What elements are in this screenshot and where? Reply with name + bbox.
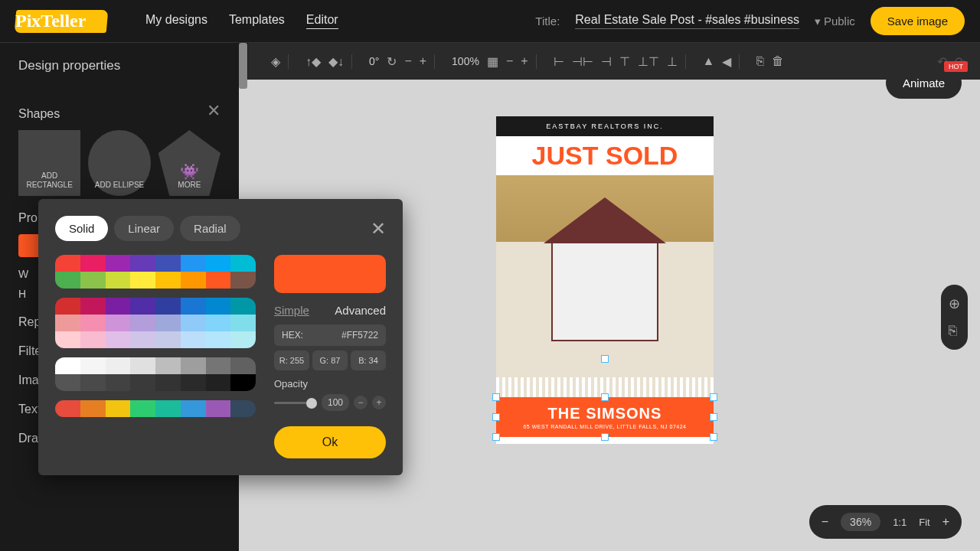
align-right-icon[interactable]: ⊣ <box>601 54 612 69</box>
visibility-toggle[interactable]: ▾ Public <box>815 15 855 28</box>
duplicate-icon[interactable]: ⎘ <box>756 54 764 68</box>
more-shapes-button[interactable]: 👾MORE <box>158 130 220 196</box>
r-input[interactable]: R: 255 <box>274 350 309 370</box>
minus-icon[interactable]: − <box>506 54 513 68</box>
swatch-flat[interactable] <box>55 400 256 417</box>
color-preview <box>274 255 386 293</box>
save-button[interactable]: Save image <box>871 7 965 35</box>
design-canvas[interactable]: EASTBAY REALTORS INC. JUST SOLD THE SIMS… <box>496 116 714 444</box>
b-input[interactable]: B: 34 <box>351 350 386 370</box>
add-page-icon[interactable]: ⊕ <box>949 295 960 312</box>
zoom-percentage[interactable]: 36% <box>841 513 880 531</box>
nav-templates[interactable]: Templates <box>229 13 285 29</box>
nav-editor[interactable]: Editor <box>306 13 338 29</box>
canvas-headline: JUST SOLD <box>496 136 714 175</box>
opacity-value[interactable]: 100 <box>322 394 349 411</box>
swatch-palette-2[interactable] <box>55 298 256 348</box>
tab-radial[interactable]: Radial <box>180 216 240 241</box>
design-title[interactable]: Real Estate Sale Post - #sales #business <box>575 13 799 29</box>
mode-simple[interactable]: Simple <box>274 304 309 317</box>
minus-icon[interactable]: − <box>404 54 411 68</box>
canvas-photo <box>496 175 714 397</box>
animate-button[interactable]: Animate HOT <box>886 67 962 99</box>
zoom-controls: − 36% 1:1 Fit + <box>809 505 962 539</box>
align-top-icon[interactable]: ⊤ <box>619 54 630 69</box>
opacity-plus[interactable]: + <box>372 396 386 409</box>
nav-my-designs[interactable]: My designs <box>145 13 207 29</box>
title-label: Title: <box>535 15 560 28</box>
rotation-value[interactable]: 0° <box>369 55 379 67</box>
trash-icon[interactable]: 🗑 <box>772 54 784 68</box>
hot-badge: HOT <box>944 61 968 72</box>
selected-element[interactable]: THE SIMSONS 65 WEST RANDALL MILL DRIVE, … <box>496 397 714 437</box>
zoom-fit[interactable]: Fit <box>919 517 929 528</box>
canvas-toolbar: ◈ ↑◆ ◆↓ 0° ↻ − + 100% ▦ − + ⊢ ⊣⊢ ⊣ ⊤ ⊥⊤ … <box>248 43 980 80</box>
plus-icon[interactable]: + <box>521 54 528 68</box>
hex-input[interactable]: HEX:#FF5722 <box>274 324 386 346</box>
ok-button[interactable]: Ok <box>274 426 386 458</box>
design-properties-label[interactable]: Design properties <box>18 58 220 73</box>
app-header: PixTeller My designs Templates Editor Ti… <box>0 0 980 43</box>
scrollbar[interactable] <box>239 43 247 89</box>
color-picker-panel: Solid Linear Radial ✕ <box>38 199 403 475</box>
flip-v-icon[interactable]: ◀ <box>722 54 731 69</box>
align-center-icon[interactable]: ⊣⊢ <box>572 54 593 69</box>
tab-linear[interactable]: Linear <box>114 216 174 241</box>
mode-advanced[interactable]: Advanced <box>335 304 386 317</box>
flip-h-icon[interactable]: ▲ <box>703 54 715 68</box>
add-ellipse-button[interactable]: ADD ELLIPSE <box>88 130 150 196</box>
opacity-label: Opacity <box>274 378 386 390</box>
opacity-minus[interactable]: − <box>354 396 368 409</box>
g-input[interactable]: G: 87 <box>312 350 348 370</box>
align-left-icon[interactable]: ⊢ <box>554 54 564 69</box>
zoom-in-icon[interactable]: + <box>942 515 949 529</box>
close-icon[interactable]: ✕ <box>207 101 220 121</box>
rotate-icon[interactable]: ↻ <box>387 54 397 69</box>
add-rectangle-button[interactable]: ADD RECTANGLE <box>18 130 80 196</box>
duplicate-page-icon[interactable]: ⎘ <box>949 323 960 339</box>
logo[interactable]: PixTeller <box>15 6 115 37</box>
zoom-actual[interactable]: 1:1 <box>893 517 906 528</box>
align-bottom-icon[interactable]: ⊥ <box>667 54 678 69</box>
align-middle-icon[interactable]: ⊥⊤ <box>638 54 659 69</box>
layers-icon[interactable]: ◈ <box>271 54 280 69</box>
canvas-company: EASTBAY REALTORS INC. <box>496 116 714 136</box>
swatch-palette-1[interactable] <box>55 255 256 289</box>
opacity-slider[interactable] <box>274 402 317 404</box>
main-nav: My designs Templates Editor <box>145 13 338 29</box>
send-backward-icon[interactable]: ◆↓ <box>328 54 344 69</box>
tab-solid[interactable]: Solid <box>55 216 108 241</box>
zoom-value[interactable]: 100% <box>452 55 479 67</box>
zoom-out-icon[interactable]: − <box>822 515 828 529</box>
shapes-section: Shapes <box>18 107 60 121</box>
bring-forward-icon[interactable]: ↑◆ <box>305 54 321 69</box>
side-tools: ⊕ ⎘ <box>941 285 968 350</box>
swatch-grayscale[interactable] <box>55 357 256 391</box>
transparency-icon[interactable]: ▦ <box>487 54 498 69</box>
plus-icon[interactable]: + <box>420 54 426 68</box>
close-icon[interactable]: ✕ <box>371 218 386 240</box>
